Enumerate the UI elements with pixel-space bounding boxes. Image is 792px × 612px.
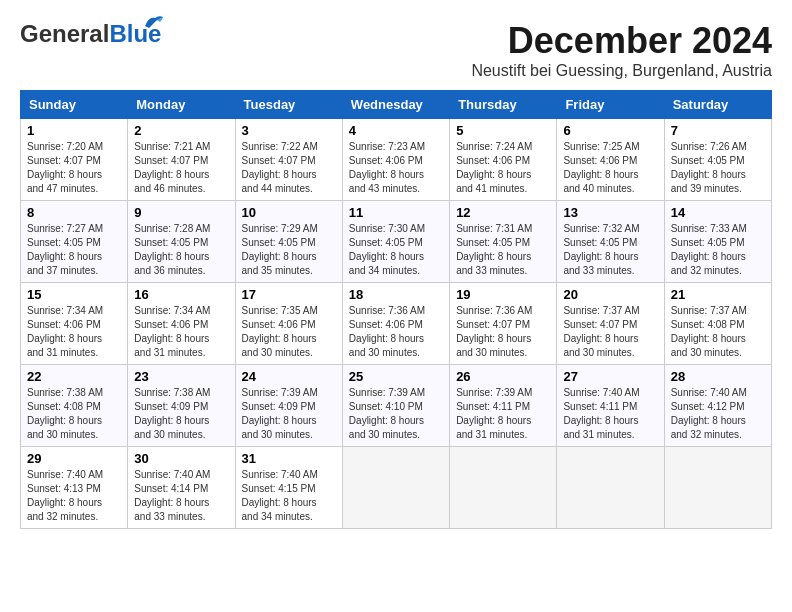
day-info: Sunrise: 7:36 AMSunset: 4:07 PMDaylight:… xyxy=(456,305,532,358)
day-cell: 3 Sunrise: 7:22 AMSunset: 4:07 PMDayligh… xyxy=(235,119,342,201)
day-number: 6 xyxy=(563,123,657,138)
column-header-monday: Monday xyxy=(128,91,235,119)
day-number: 14 xyxy=(671,205,765,220)
day-info: Sunrise: 7:40 AMSunset: 4:11 PMDaylight:… xyxy=(563,387,639,440)
column-header-sunday: Sunday xyxy=(21,91,128,119)
day-info: Sunrise: 7:40 AMSunset: 4:14 PMDaylight:… xyxy=(134,469,210,522)
day-info: Sunrise: 7:29 AMSunset: 4:05 PMDaylight:… xyxy=(242,223,318,276)
day-number: 31 xyxy=(242,451,336,466)
day-number: 30 xyxy=(134,451,228,466)
day-cell: 29 Sunrise: 7:40 AMSunset: 4:13 PMDaylig… xyxy=(21,447,128,529)
day-cell xyxy=(342,447,449,529)
day-info: Sunrise: 7:39 AMSunset: 4:09 PMDaylight:… xyxy=(242,387,318,440)
day-cell: 31 Sunrise: 7:40 AMSunset: 4:15 PMDaylig… xyxy=(235,447,342,529)
day-cell: 20 Sunrise: 7:37 AMSunset: 4:07 PMDaylig… xyxy=(557,283,664,365)
day-info: Sunrise: 7:31 AMSunset: 4:05 PMDaylight:… xyxy=(456,223,532,276)
column-header-thursday: Thursday xyxy=(450,91,557,119)
day-info: Sunrise: 7:25 AMSunset: 4:06 PMDaylight:… xyxy=(563,141,639,194)
day-info: Sunrise: 7:24 AMSunset: 4:06 PMDaylight:… xyxy=(456,141,532,194)
day-cell: 24 Sunrise: 7:39 AMSunset: 4:09 PMDaylig… xyxy=(235,365,342,447)
day-number: 28 xyxy=(671,369,765,384)
day-cell: 1 Sunrise: 7:20 AMSunset: 4:07 PMDayligh… xyxy=(21,119,128,201)
day-cell: 26 Sunrise: 7:39 AMSunset: 4:11 PMDaylig… xyxy=(450,365,557,447)
day-cell: 7 Sunrise: 7:26 AMSunset: 4:05 PMDayligh… xyxy=(664,119,771,201)
day-number: 24 xyxy=(242,369,336,384)
day-number: 16 xyxy=(134,287,228,302)
day-number: 4 xyxy=(349,123,443,138)
day-info: Sunrise: 7:23 AMSunset: 4:06 PMDaylight:… xyxy=(349,141,425,194)
day-cell: 8 Sunrise: 7:27 AMSunset: 4:05 PMDayligh… xyxy=(21,201,128,283)
day-info: Sunrise: 7:32 AMSunset: 4:05 PMDaylight:… xyxy=(563,223,639,276)
day-number: 15 xyxy=(27,287,121,302)
location-title: Neustift bei Guessing, Burgenland, Austr… xyxy=(471,62,772,80)
day-info: Sunrise: 7:38 AMSunset: 4:08 PMDaylight:… xyxy=(27,387,103,440)
day-cell: 9 Sunrise: 7:28 AMSunset: 4:05 PMDayligh… xyxy=(128,201,235,283)
day-cell: 22 Sunrise: 7:38 AMSunset: 4:08 PMDaylig… xyxy=(21,365,128,447)
day-info: Sunrise: 7:40 AMSunset: 4:13 PMDaylight:… xyxy=(27,469,103,522)
day-cell: 18 Sunrise: 7:36 AMSunset: 4:06 PMDaylig… xyxy=(342,283,449,365)
column-header-friday: Friday xyxy=(557,91,664,119)
day-cell: 2 Sunrise: 7:21 AMSunset: 4:07 PMDayligh… xyxy=(128,119,235,201)
day-info: Sunrise: 7:30 AMSunset: 4:05 PMDaylight:… xyxy=(349,223,425,276)
week-row-1: 1 Sunrise: 7:20 AMSunset: 4:07 PMDayligh… xyxy=(21,119,772,201)
day-number: 2 xyxy=(134,123,228,138)
day-cell: 15 Sunrise: 7:34 AMSunset: 4:06 PMDaylig… xyxy=(21,283,128,365)
day-cell: 4 Sunrise: 7:23 AMSunset: 4:06 PMDayligh… xyxy=(342,119,449,201)
day-info: Sunrise: 7:35 AMSunset: 4:06 PMDaylight:… xyxy=(242,305,318,358)
day-cell: 13 Sunrise: 7:32 AMSunset: 4:05 PMDaylig… xyxy=(557,201,664,283)
week-row-2: 8 Sunrise: 7:27 AMSunset: 4:05 PMDayligh… xyxy=(21,201,772,283)
day-number: 20 xyxy=(563,287,657,302)
day-cell: 19 Sunrise: 7:36 AMSunset: 4:07 PMDaylig… xyxy=(450,283,557,365)
day-number: 13 xyxy=(563,205,657,220)
day-number: 8 xyxy=(27,205,121,220)
day-number: 25 xyxy=(349,369,443,384)
day-info: Sunrise: 7:28 AMSunset: 4:05 PMDaylight:… xyxy=(134,223,210,276)
day-info: Sunrise: 7:39 AMSunset: 4:10 PMDaylight:… xyxy=(349,387,425,440)
day-number: 11 xyxy=(349,205,443,220)
column-header-tuesday: Tuesday xyxy=(235,91,342,119)
calendar-table: SundayMondayTuesdayWednesdayThursdayFrid… xyxy=(20,90,772,529)
day-cell xyxy=(557,447,664,529)
logo: GeneralBlue xyxy=(20,20,161,48)
day-number: 23 xyxy=(134,369,228,384)
day-info: Sunrise: 7:34 AMSunset: 4:06 PMDaylight:… xyxy=(27,305,103,358)
day-cell xyxy=(450,447,557,529)
week-row-4: 22 Sunrise: 7:38 AMSunset: 4:08 PMDaylig… xyxy=(21,365,772,447)
day-cell: 5 Sunrise: 7:24 AMSunset: 4:06 PMDayligh… xyxy=(450,119,557,201)
day-cell: 12 Sunrise: 7:31 AMSunset: 4:05 PMDaylig… xyxy=(450,201,557,283)
day-info: Sunrise: 7:34 AMSunset: 4:06 PMDaylight:… xyxy=(134,305,210,358)
day-number: 26 xyxy=(456,369,550,384)
day-info: Sunrise: 7:26 AMSunset: 4:05 PMDaylight:… xyxy=(671,141,747,194)
day-cell: 25 Sunrise: 7:39 AMSunset: 4:10 PMDaylig… xyxy=(342,365,449,447)
day-number: 10 xyxy=(242,205,336,220)
day-cell: 10 Sunrise: 7:29 AMSunset: 4:05 PMDaylig… xyxy=(235,201,342,283)
day-cell: 21 Sunrise: 7:37 AMSunset: 4:08 PMDaylig… xyxy=(664,283,771,365)
day-cell: 28 Sunrise: 7:40 AMSunset: 4:12 PMDaylig… xyxy=(664,365,771,447)
logo-general: General xyxy=(20,20,109,47)
page-header: GeneralBlue December 2024 Neustift bei G… xyxy=(20,20,772,80)
day-info: Sunrise: 7:21 AMSunset: 4:07 PMDaylight:… xyxy=(134,141,210,194)
day-number: 21 xyxy=(671,287,765,302)
logo-bird-icon xyxy=(143,12,165,30)
day-number: 17 xyxy=(242,287,336,302)
day-info: Sunrise: 7:20 AMSunset: 4:07 PMDaylight:… xyxy=(27,141,103,194)
day-info: Sunrise: 7:22 AMSunset: 4:07 PMDaylight:… xyxy=(242,141,318,194)
day-cell: 14 Sunrise: 7:33 AMSunset: 4:05 PMDaylig… xyxy=(664,201,771,283)
day-cell: 27 Sunrise: 7:40 AMSunset: 4:11 PMDaylig… xyxy=(557,365,664,447)
month-title: December 2024 xyxy=(471,20,772,62)
day-number: 7 xyxy=(671,123,765,138)
day-info: Sunrise: 7:27 AMSunset: 4:05 PMDaylight:… xyxy=(27,223,103,276)
day-cell: 30 Sunrise: 7:40 AMSunset: 4:14 PMDaylig… xyxy=(128,447,235,529)
column-header-saturday: Saturday xyxy=(664,91,771,119)
day-cell: 16 Sunrise: 7:34 AMSunset: 4:06 PMDaylig… xyxy=(128,283,235,365)
day-number: 29 xyxy=(27,451,121,466)
day-info: Sunrise: 7:37 AMSunset: 4:08 PMDaylight:… xyxy=(671,305,747,358)
day-cell xyxy=(664,447,771,529)
day-info: Sunrise: 7:40 AMSunset: 4:12 PMDaylight:… xyxy=(671,387,747,440)
column-header-wednesday: Wednesday xyxy=(342,91,449,119)
day-number: 5 xyxy=(456,123,550,138)
day-number: 12 xyxy=(456,205,550,220)
day-number: 1 xyxy=(27,123,121,138)
day-cell: 6 Sunrise: 7:25 AMSunset: 4:06 PMDayligh… xyxy=(557,119,664,201)
calendar-header-row: SundayMondayTuesdayWednesdayThursdayFrid… xyxy=(21,91,772,119)
